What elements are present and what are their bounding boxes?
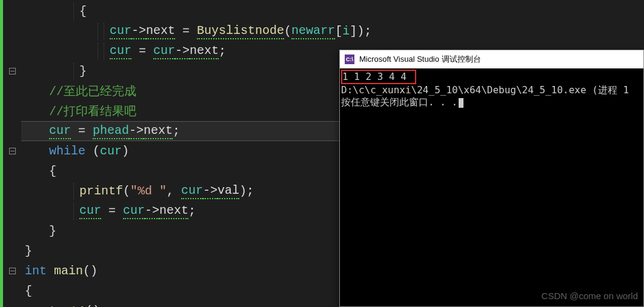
kw-int: int [25,264,47,278]
ident-phead: phead [93,124,129,139]
paren-open: ( [123,184,130,198]
punc: ); [239,184,254,198]
ident-cur: cur [153,44,175,59]
console-title: Microsoft Visual Studio 调试控制台 [359,54,481,65]
watermark: CSDN @come on world [542,291,638,301]
op-eq: = [101,204,123,218]
brace-open: { [25,284,32,298]
ident-cur: cur [110,24,131,39]
op-arrow: -> [203,183,217,199]
brace-close: } [25,244,32,258]
ident-val: val [217,183,239,199]
vs-icon: C:\ [345,54,354,64]
ident-cur: cur [181,183,203,199]
op-arrow: -> [129,124,144,139]
string-fmt: "%d " [130,184,167,198]
fn-printf: printf [79,184,123,198]
paren-close: ) [122,144,129,158]
cursor-icon [459,98,463,108]
fn-main: main [54,264,83,278]
comment-line: //至此已经完成 [49,83,136,99]
ident-cur: cur [49,124,71,139]
console-prompt: 按任意键关闭此窗口. . . [341,96,457,108]
bracket-open: [ [335,24,342,38]
collapse-icon[interactable] [9,68,16,74]
semicolon: ; [188,204,196,218]
debug-console-window[interactable]: C:\ Microsoft Visual Studio 调试控制台 1 1 2 … [339,50,644,307]
comma: , [167,184,181,198]
collapse-icon[interactable] [9,148,16,154]
fn-text1: text1 [49,304,85,307]
parens: () [83,264,98,278]
gutter [3,0,21,307]
paren-open: ( [284,24,291,38]
comment-line: //打印看结果吧 [49,103,136,119]
ident-cur: cur [110,44,131,59]
semicolon: ; [219,44,226,58]
space [47,264,54,278]
op-arrow: -> [131,24,146,39]
op-eq: = [71,124,93,138]
kw-while: while [49,144,85,158]
paren-open: ( [85,144,100,158]
highlighted-output: 1 1 2 3 4 4 [341,70,416,84]
punc: ]); [350,24,371,38]
console-path-line: D:\c\c_xunxi\24_5_10\x64\Debug\24_5_10.e… [341,84,642,96]
op-arrow: -> [175,44,190,59]
ident-cur: cur [100,144,122,158]
ident-i: i [342,24,350,38]
ident-cur: cur [79,203,101,219]
op-arrow: -> [145,203,159,219]
brace-open: { [79,4,87,18]
brace-open: { [49,164,56,178]
op-eq: = [131,44,153,58]
ident-next: next [146,24,175,39]
ident-next: next [144,124,173,139]
console-titlebar[interactable]: C:\ Microsoft Visual Studio 调试控制台 [340,50,643,68]
ident-newarr: newarr [291,24,335,39]
brace-close: } [49,224,56,238]
op-eq: = [175,24,197,38]
semicolon: ; [173,124,180,138]
ident-next: next [159,203,188,219]
ident-cur: cur [123,203,145,219]
collapse-icon[interactable] [9,268,16,274]
punc: (); [85,304,107,307]
ident-next: next [190,44,219,59]
brace-close: } [79,64,87,78]
console-body: 1 1 2 3 4 4 D:\c\c_xunxi\24_5_10\x64\Deb… [340,68,643,110]
fn-buyslistnode: Buyslistnode [197,24,284,39]
